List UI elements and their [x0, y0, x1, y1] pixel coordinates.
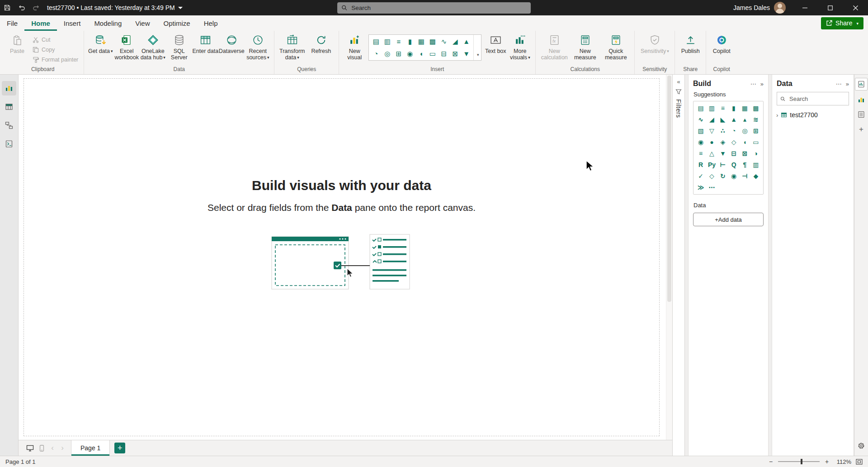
decomposition-tree-icon[interactable]: ⊢: [718, 161, 728, 169]
hundred-stacked-column-chart-icon[interactable]: ▩: [751, 104, 761, 112]
menu-home[interactable]: Home: [24, 15, 57, 31]
matrix-icon[interactable]: ⊠: [452, 50, 458, 57]
global-search[interactable]: [337, 2, 531, 14]
clustered-column-chart-icon[interactable]: ▮: [408, 38, 412, 45]
shape-map-icon[interactable]: ◈: [718, 138, 728, 146]
gauge-icon[interactable]: ◖: [419, 50, 423, 57]
paste-button[interactable]: Paste: [5, 33, 29, 54]
custom-visual-icon[interactable]: ◆: [751, 172, 761, 180]
slicer-icon[interactable]: ▼: [463, 50, 470, 57]
collapse-pane-icon[interactable]: »: [846, 81, 849, 87]
expand-item-icon[interactable]: ›: [776, 112, 778, 119]
stacked-bar-chart-icon[interactable]: ▤: [373, 38, 379, 45]
report-view-button[interactable]: [2, 81, 16, 95]
azure-map-icon[interactable]: ◇: [729, 138, 739, 146]
settings-button[interactable]: [857, 442, 865, 452]
area-chart-icon[interactable]: ◢: [453, 38, 458, 45]
close-button[interactable]: [843, 0, 868, 15]
more-options-icon[interactable]: ⋯: [750, 81, 756, 87]
treemap-icon[interactable]: ⊞: [751, 127, 761, 135]
treemap-icon[interactable]: ⊞: [396, 50, 401, 57]
fit-to-page-icon[interactable]: [856, 459, 863, 465]
map-icon[interactable]: ◉: [407, 50, 413, 57]
build-pane-button[interactable]: [855, 94, 867, 105]
smart-narrative-icon[interactable]: ¶: [740, 161, 750, 169]
line-chart-icon[interactable]: ∿: [696, 115, 706, 124]
report-canvas[interactable]: Build visuals with your data Select or d…: [19, 75, 672, 440]
desktop-layout-button[interactable]: [24, 442, 36, 454]
hundred-stacked-bar-chart-icon[interactable]: ▦: [418, 38, 425, 45]
gauge-icon[interactable]: ◖: [740, 138, 750, 146]
donut-chart-icon[interactable]: ◎: [740, 127, 750, 135]
redo-button[interactable]: [29, 0, 43, 15]
arcgis-map-icon[interactable]: ◉: [729, 172, 739, 180]
line-clustered-column-chart-icon[interactable]: ▴: [740, 115, 750, 124]
new-visual-button[interactable]: New visual: [342, 33, 367, 61]
python-visual-icon[interactable]: Py: [707, 161, 717, 169]
ribbon-chart-icon[interactable]: ≋: [751, 115, 761, 124]
cut-button[interactable]: Cut: [30, 35, 80, 44]
search-input[interactable]: [350, 4, 527, 12]
scatter-chart-icon[interactable]: ∴: [718, 127, 728, 135]
gallery-dropdown-button[interactable]: [473, 35, 481, 60]
sensitivity-button[interactable]: Sensitivity: [638, 33, 671, 54]
publish-button[interactable]: Publish: [678, 33, 703, 54]
onelake-data-hub-button[interactable]: OneLake data hub: [140, 33, 166, 61]
undo-button[interactable]: [14, 0, 29, 15]
clustered-bar-chart-icon[interactable]: ≡: [396, 38, 401, 45]
kpi-icon[interactable]: △: [707, 149, 717, 157]
get-data-button[interactable]: Get data: [87, 33, 113, 54]
card-icon[interactable]: ▭: [751, 138, 761, 146]
menu-optimize[interactable]: Optimize: [157, 15, 197, 31]
hierarchy-tree-icon[interactable]: ⊣: [740, 172, 750, 180]
copilot-button[interactable]: Copilot: [709, 33, 734, 54]
data-search-input[interactable]: [788, 95, 845, 103]
mobile-layout-button[interactable]: [36, 442, 47, 454]
dataverse-button[interactable]: Dataverse: [218, 33, 245, 54]
filled-map-icon[interactable]: ●: [707, 138, 717, 146]
copy-button[interactable]: Copy: [30, 45, 80, 54]
line-stacked-column-chart-icon[interactable]: ▲: [729, 115, 739, 124]
multi-row-card-icon[interactable]: ≡: [696, 149, 706, 157]
scrollbar-thumb[interactable]: [667, 76, 671, 302]
zoom-in-button[interactable]: +: [824, 458, 830, 465]
excel-workbook-button[interactable]: Excel workbook: [113, 33, 140, 61]
next-page-button[interactable]: ›: [57, 443, 67, 453]
expand-filters-icon[interactable]: «: [677, 79, 680, 85]
zoom-slider-thumb[interactable]: [801, 459, 802, 464]
new-calculation-button[interactable]: fx New calculation: [539, 33, 570, 61]
format-pane-button[interactable]: [855, 109, 867, 120]
funnel-chart-icon[interactable]: ▽: [707, 127, 717, 135]
data-search[interactable]: [777, 92, 849, 105]
table-icon[interactable]: ⊟: [729, 149, 739, 157]
power-apps-icon[interactable]: ◇: [707, 172, 717, 180]
clustered-bar-chart-icon[interactable]: ≡: [718, 104, 728, 112]
stacked-column-chart-icon[interactable]: ▥: [384, 38, 391, 45]
canvas-scrollbar[interactable]: [666, 75, 672, 440]
zoom-slider[interactable]: [778, 461, 820, 462]
recent-sources-button[interactable]: Recent sources: [245, 33, 271, 61]
r-script-visual-icon[interactable]: R: [696, 161, 706, 169]
stacked-column-chart-icon[interactable]: ▥: [707, 104, 717, 112]
previous-page-button[interactable]: ‹: [47, 443, 57, 453]
minimize-button[interactable]: [792, 0, 817, 15]
document-title-menu[interactable]: test27700 • Last saved: Yesterday at 3:4…: [47, 4, 183, 11]
table-icon[interactable]: ⊟: [441, 50, 447, 57]
pie-chart-icon[interactable]: ◔: [729, 127, 739, 135]
zoom-out-button[interactable]: −: [768, 458, 774, 465]
line-chart-icon[interactable]: ∿: [441, 38, 447, 45]
quick-measure-button[interactable]: Quick measure: [600, 33, 631, 61]
filters-pane-title[interactable]: Filters: [675, 99, 682, 118]
menu-view[interactable]: View: [128, 15, 156, 31]
visualizations-pane-button[interactable]: [855, 78, 868, 91]
combo-chart-icon[interactable]: ▲: [463, 38, 470, 45]
more-suggestions-icon[interactable]: ⋯: [707, 183, 717, 191]
metrics-icon[interactable]: ✓: [696, 172, 706, 180]
new-page-button[interactable]: +: [114, 443, 125, 453]
save-button[interactable]: [0, 0, 14, 15]
area-chart-icon[interactable]: ◢: [707, 115, 717, 124]
matrix-icon[interactable]: ⊠: [740, 149, 750, 157]
collapse-pane-icon[interactable]: »: [760, 81, 764, 87]
enter-data-button[interactable]: Enter data: [192, 33, 218, 54]
table-view-button[interactable]: [2, 100, 16, 114]
